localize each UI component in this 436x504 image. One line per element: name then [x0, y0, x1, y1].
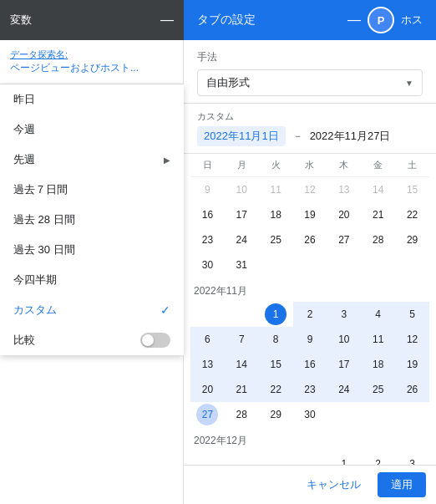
day-header: 土 [395, 159, 429, 171]
cal-day[interactable]: 15 [259, 352, 293, 377]
cal-day[interactable]: 20 [327, 202, 361, 227]
chevron-down-icon: ▼ [405, 79, 413, 88]
nov-last-row: 3031 [190, 252, 429, 277]
method-value: 自由形式 [206, 75, 250, 90]
cal-day[interactable]: 2 [293, 302, 327, 327]
cal-day[interactable]: 29 [395, 227, 429, 252]
left-panel-title: 変数 [10, 13, 32, 28]
menu-item-compare[interactable]: 比較 [0, 325, 184, 355]
cal-day[interactable]: 24 [225, 227, 259, 252]
cal-day[interactable]: 1 [327, 451, 361, 465]
day-header: 水 [293, 159, 327, 171]
date-start[interactable]: 2022年11月1日 [197, 126, 286, 146]
cal-day[interactable]: 30 [293, 402, 327, 427]
cal-day[interactable]: 13 [327, 177, 361, 202]
check-icon: ✓ [160, 303, 170, 317]
menu-item-yesterday[interactable]: 昨日 [0, 84, 184, 115]
top-bar-right: タブの設定 — P ホス [184, 0, 436, 40]
cal-day[interactable]: 19 [395, 352, 429, 377]
menu-item-custom[interactable]: カスタム✓ [0, 295, 184, 325]
avatar[interactable]: P [368, 7, 394, 33]
cal-day[interactable]: 27 [327, 227, 361, 252]
method-select[interactable]: 自由形式 ▼ [197, 69, 423, 96]
cal-day[interactable]: 22 [259, 377, 293, 402]
cal-day[interactable]: 29 [259, 402, 293, 427]
menu-item-label: 過去 28 日間 [13, 212, 75, 227]
cal-day[interactable]: 21 [361, 202, 395, 227]
cal-day[interactable]: 3 [327, 302, 361, 327]
cal-day-empty [190, 302, 225, 327]
cal-day[interactable]: 23 [293, 377, 327, 402]
cal-day[interactable]: 26 [293, 227, 327, 252]
menu-item-this-week[interactable]: 今週 [0, 115, 184, 145]
cal-day[interactable]: 28 [225, 402, 259, 427]
cal-day[interactable]: 24 [327, 377, 361, 402]
prev-month-row: 9101112131415 [190, 177, 429, 202]
cal-day[interactable]: 10 [327, 327, 361, 352]
menu-item-last-7[interactable]: 過去７日間 [0, 175, 184, 205]
cal-day[interactable]: 30 [190, 252, 225, 277]
cal-day[interactable]: 14 [225, 352, 259, 377]
cal-day[interactable]: 23 [190, 227, 225, 252]
cal-day[interactable]: 2 [361, 451, 395, 465]
cal-day[interactable]: 15 [395, 177, 429, 202]
nov-early-rows: 1617181920212223242526272829 [190, 202, 429, 252]
top-bar: 変数 — タブの設定 — P ホス [0, 0, 436, 40]
cal-day[interactable]: 18 [361, 352, 395, 377]
cal-day[interactable]: 26 [395, 377, 429, 402]
custom-date-section: カスタム 2022年11月1日 － 2022年11月27日 [184, 104, 436, 154]
left-minimize-btn[interactable]: — [160, 13, 174, 27]
dec-grid: 123 [190, 451, 429, 465]
cal-day[interactable]: 27 [190, 402, 225, 427]
cancel-button[interactable]: キャンセル [297, 472, 371, 497]
cal-day[interactable]: 25 [361, 377, 395, 402]
sidebar: データ探索名: ページビューおよびホスト... 昨日今週先週▶過去７日間過去 2… [0, 40, 184, 504]
cal-day[interactable]: 18 [259, 202, 293, 227]
cal-day[interactable]: 28 [361, 227, 395, 252]
cal-day[interactable]: 17 [225, 202, 259, 227]
cal-day[interactable]: 22 [395, 202, 429, 227]
cal-day[interactable]: 16 [190, 202, 225, 227]
cal-day [293, 451, 327, 465]
date-separator: － [292, 129, 303, 144]
cal-day[interactable]: 1 [259, 302, 293, 327]
cal-day[interactable]: 21 [225, 377, 259, 402]
cal-day[interactable]: 19 [293, 202, 327, 227]
cal-day[interactable]: 12 [293, 177, 327, 202]
cal-day[interactable]: 17 [327, 352, 361, 377]
cal-day[interactable]: 4 [361, 302, 395, 327]
cal-day[interactable]: 20 [190, 377, 225, 402]
chevron-right-icon: ▶ [164, 155, 170, 165]
cal-day[interactable]: 12 [395, 327, 429, 352]
menu-item-last-week[interactable]: 先週▶ [0, 145, 184, 175]
data-source-value[interactable]: ページビューおよびホスト... [10, 61, 173, 75]
cal-day[interactable]: 9 [190, 177, 225, 202]
cal-day[interactable]: 6 [190, 327, 225, 352]
cal-day[interactable]: 8 [259, 327, 293, 352]
cal-day[interactable]: 7 [225, 327, 259, 352]
cal-day[interactable]: 13 [190, 352, 225, 377]
cal-day[interactable]: 11 [361, 327, 395, 352]
cal-day[interactable]: 5 [395, 302, 429, 327]
cal-day [190, 451, 225, 465]
cal-day[interactable]: 10 [225, 177, 259, 202]
cal-day[interactable]: 3 [395, 451, 429, 465]
data-source-label[interactable]: データ探索名: [10, 48, 173, 61]
cal-day[interactable]: 14 [361, 177, 395, 202]
right-panel: 手法 自由形式 ▼ カスタム 2022年11月1日 － 2022年11月27日 … [184, 40, 436, 504]
cal-day[interactable]: 9 [293, 327, 327, 352]
apply-button[interactable]: 適用 [378, 472, 426, 497]
cal-day[interactable]: 16 [293, 352, 327, 377]
menu-item-label: 先週 [13, 152, 35, 167]
right-minimize-btn[interactable]: — [347, 13, 361, 27]
toggle-switch[interactable] [140, 333, 170, 348]
custom-label: カスタム [197, 110, 423, 123]
menu-item-last-28[interactable]: 過去 28 日間 [0, 205, 184, 235]
cal-day[interactable]: 11 [259, 177, 293, 202]
date-end[interactable]: 2022年11月27日 [310, 129, 391, 144]
menu-item-this-quarter[interactable]: 今四半期 [0, 265, 184, 295]
cal-day[interactable]: 25 [259, 227, 293, 252]
method-section: 手法 自由形式 ▼ [184, 40, 436, 104]
menu-item-last-30[interactable]: 過去 30 日間 [0, 235, 184, 265]
cal-day[interactable]: 31 [225, 252, 259, 277]
